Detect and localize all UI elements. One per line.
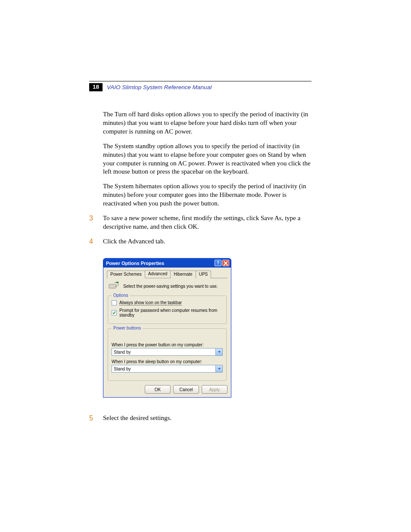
power-options-dialog: Power Options Properties ? Power Schemes… bbox=[103, 258, 231, 398]
chevron-down-icon[interactable] bbox=[215, 348, 222, 355]
tab-ups[interactable]: UPS bbox=[196, 271, 212, 278]
step-text-4: Click the Advanced tab. bbox=[103, 237, 311, 246]
tab-strip: Power Schemes Advanced Hibernate UPS bbox=[107, 270, 227, 278]
combo-power-button-value: Stand by bbox=[114, 350, 131, 355]
checkbox-show-icon[interactable] bbox=[112, 300, 117, 305]
manual-title: VAIO Slimtop System Reference Manual bbox=[107, 84, 212, 90]
tab-power-schemes[interactable]: Power Schemes bbox=[107, 271, 145, 278]
checkbox-prompt-password[interactable] bbox=[112, 310, 117, 315]
dialog-intro-text: Select the power-saving settings you wan… bbox=[123, 284, 218, 289]
paragraph-standby: The System standby option allows you to … bbox=[103, 142, 311, 177]
label-power-button: When I press the power button on my comp… bbox=[112, 342, 223, 347]
power-buttons-groupbox: Power buttons When I press the power but… bbox=[108, 328, 227, 381]
tab-advanced[interactable]: Advanced bbox=[145, 270, 171, 278]
label-prompt-password: Prompt for password when computer resume… bbox=[119, 308, 223, 317]
svg-rect-2 bbox=[116, 282, 118, 283]
close-icon[interactable] bbox=[222, 260, 229, 266]
options-groupbox: Options Always show icon on the taskbar … bbox=[108, 296, 227, 324]
chevron-down-icon[interactable] bbox=[215, 365, 222, 372]
step-number-4: 4 bbox=[89, 237, 103, 246]
label-sleep-button: When I press the sleep button on my comp… bbox=[112, 359, 223, 364]
page-number: 18 bbox=[89, 83, 103, 91]
apply-button[interactable]: Apply bbox=[202, 385, 227, 394]
step-text-3: To save a new power scheme, first modify… bbox=[103, 214, 311, 231]
dialog-title: Power Options Properties bbox=[106, 261, 164, 266]
options-group-title: Options bbox=[112, 293, 130, 298]
step-text-5: Select the desired settings. bbox=[103, 414, 311, 423]
label-show-icon: Always show icon on the taskbar bbox=[119, 300, 182, 305]
help-icon[interactable]: ? bbox=[215, 260, 221, 266]
step-number-3: 3 bbox=[89, 214, 103, 231]
power-buttons-group-title: Power buttons bbox=[112, 326, 143, 330]
svg-rect-1 bbox=[116, 286, 117, 287]
svg-rect-0 bbox=[109, 284, 116, 288]
paragraph-hard-disks: The Turn off hard disks option allows yo… bbox=[103, 110, 311, 136]
tab-hibernate[interactable]: Hibernate bbox=[170, 271, 196, 278]
combo-power-button[interactable]: Stand by bbox=[112, 348, 223, 356]
paragraph-hibernate: The System hibernates option allows you … bbox=[103, 182, 311, 208]
ok-button[interactable]: OK bbox=[145, 385, 171, 394]
combo-sleep-button-value: Stand by bbox=[114, 367, 131, 371]
cancel-button[interactable]: Cancel bbox=[173, 385, 199, 394]
combo-sleep-button[interactable]: Stand by bbox=[112, 365, 223, 373]
battery-icon bbox=[109, 282, 119, 290]
dialog-titlebar[interactable]: Power Options Properties ? bbox=[103, 258, 231, 268]
step-number-5: 5 bbox=[89, 414, 103, 423]
